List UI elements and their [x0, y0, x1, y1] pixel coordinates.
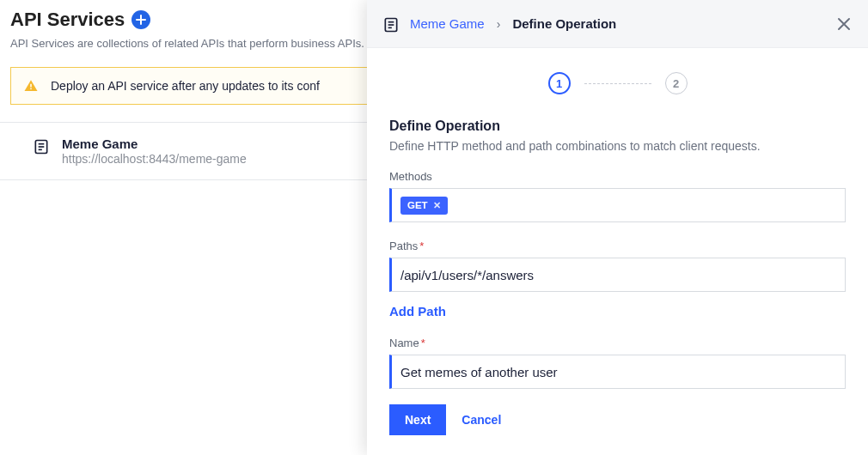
name-label: Name*	[389, 337, 846, 349]
methods-input[interactable]: GET ✕	[389, 188, 846, 222]
name-input-wrapper	[389, 355, 846, 389]
next-button[interactable]: Next	[389, 404, 446, 435]
breadcrumb-link[interactable]: Meme Game	[410, 16, 485, 31]
breadcrumb-separator: ›	[497, 17, 501, 31]
methods-label: Methods	[389, 170, 846, 183]
stepper: 1 2	[389, 72, 846, 94]
remove-method-icon[interactable]: ✕	[433, 200, 441, 211]
paths-input[interactable]	[400, 268, 836, 282]
paths-input-wrapper	[389, 258, 846, 292]
breadcrumb-current: Define Operation	[512, 16, 616, 31]
document-icon	[382, 16, 400, 33]
plus-icon	[136, 15, 146, 25]
page-title: API Services	[10, 9, 125, 31]
service-url: https://localhost:8443/meme-game	[62, 152, 247, 166]
method-tag-label: GET	[407, 200, 428, 210]
step-1[interactable]: 1	[548, 72, 571, 94]
document-icon	[33, 138, 50, 155]
svg-rect-0	[30, 84, 32, 88]
section-subtitle: Define HTTP method and path combinations…	[389, 139, 846, 153]
svg-rect-1	[30, 88, 32, 90]
name-input[interactable]	[400, 365, 836, 379]
alert-text: Deploy an API service after any updates …	[51, 79, 320, 93]
cancel-button[interactable]: Cancel	[462, 413, 501, 427]
add-service-button[interactable]	[131, 10, 150, 29]
paths-label: Paths*	[389, 240, 846, 252]
method-tag-get[interactable]: GET ✕	[400, 197, 448, 215]
section-title: Define Operation	[389, 118, 846, 134]
service-name: Meme Game	[62, 136, 247, 151]
close-icon[interactable]	[835, 15, 853, 33]
warning-icon	[23, 78, 39, 94]
step-connector	[584, 83, 651, 84]
step-2[interactable]: 2	[665, 72, 688, 94]
define-operation-panel: Meme Game › Define Operation 1 2 Define …	[367, 0, 868, 455]
add-path-link[interactable]: Add Path	[389, 304, 446, 318]
